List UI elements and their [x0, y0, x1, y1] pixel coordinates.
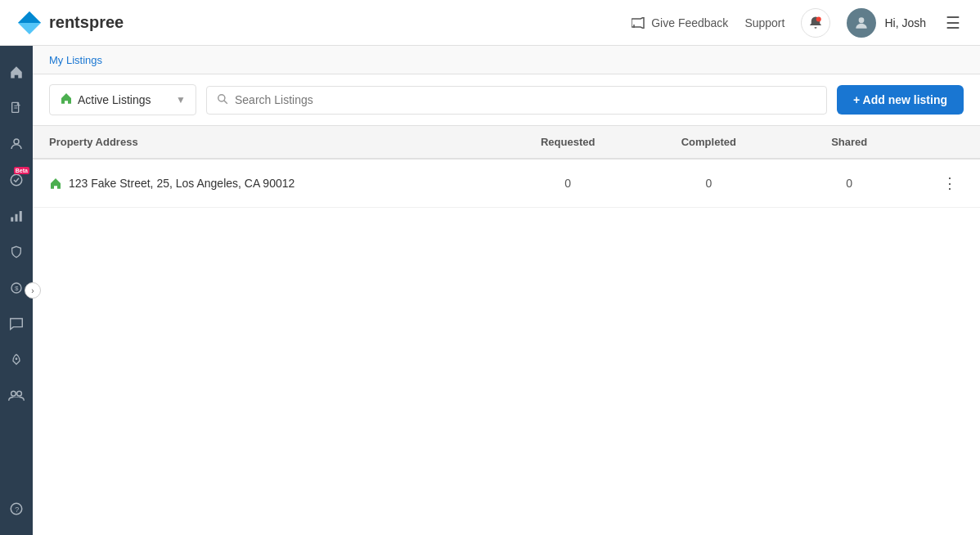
chat-icon: [9, 317, 24, 330]
logo-icon: [16, 10, 43, 36]
megaphone-icon: [632, 17, 646, 29]
svg-text:?: ?: [15, 506, 19, 514]
sidebar-item-verified[interactable]: Beta: [2, 165, 31, 195]
row-house-icon: [49, 177, 62, 190]
bell-icon: [808, 16, 823, 30]
svg-point-3: [816, 16, 821, 21]
listings-table: Property Address Requested Completed Sha…: [33, 126, 980, 208]
shared-count: 0: [779, 159, 919, 208]
content-area: My Listings Active Listings ▼: [33, 46, 980, 535]
col-header-shared: Shared: [779, 126, 919, 159]
table-body: 123 Fake Street, 25, Los Angeles, CA 900…: [33, 159, 980, 208]
svg-line-21: [224, 100, 227, 103]
sidebar-item-document[interactable]: [2, 93, 31, 123]
sidebar-item-report[interactable]: [2, 201, 31, 231]
logo[interactable]: rentspree: [16, 10, 124, 36]
user-icon: [9, 137, 24, 151]
search-icon: [217, 93, 228, 107]
search-input[interactable]: [235, 93, 816, 106]
filter-house-icon: [60, 92, 73, 108]
col-header-requested: Requested: [497, 126, 638, 159]
people-icon: [8, 389, 25, 402]
report-icon: [9, 209, 24, 223]
verified-icon: [9, 173, 24, 187]
top-nav: rentspree Give Feedback Support: [0, 0, 980, 46]
col-header-actions: [919, 126, 980, 159]
support-link[interactable]: Support: [744, 16, 784, 29]
table-row: 123 Fake Street, 25, Los Angeles, CA 900…: [33, 159, 980, 208]
user-area[interactable]: Hi, Josh: [847, 8, 926, 38]
svg-point-15: [16, 357, 18, 360]
svg-point-20: [218, 94, 225, 101]
help-icon: ?: [9, 501, 24, 516]
sidebar-item-people[interactable]: [2, 381, 31, 411]
breadcrumb-link[interactable]: My Listings: [49, 54, 102, 66]
search-icon-svg: [217, 93, 228, 105]
filter-label: Active Listings: [78, 93, 171, 106]
svg-text:$: $: [15, 285, 19, 292]
svg-point-4: [859, 17, 865, 23]
address-cell: 123 Fake Street, 25, Los Angeles, CA 900…: [33, 159, 497, 208]
sidebar-item-rocket[interactable]: [2, 345, 31, 375]
dollar-icon: $: [10, 281, 23, 295]
svg-rect-12: [20, 211, 22, 222]
rocket-icon: [10, 353, 23, 367]
svg-rect-10: [11, 218, 13, 222]
sidebar-item-help[interactable]: ?: [2, 494, 31, 524]
col-header-address: Property Address: [33, 126, 497, 159]
notification-button[interactable]: [801, 8, 830, 38]
requested-count: 0: [497, 159, 638, 208]
table-header-row: Property Address Requested Completed Sha…: [33, 126, 980, 159]
hamburger-button[interactable]: ☰: [942, 10, 964, 36]
svg-point-17: [17, 391, 22, 396]
svg-rect-11: [16, 214, 18, 222]
svg-point-8: [14, 139, 19, 144]
sidebar-item-user[interactable]: [2, 129, 31, 159]
chevron-down-icon: ▼: [176, 94, 186, 106]
search-box: [206, 86, 827, 115]
sidebar-item-shield[interactable]: [2, 237, 31, 267]
house-icon: [60, 92, 73, 105]
address-text: 123 Fake Street, 25, Los Angeles, CA 900…: [69, 177, 294, 190]
main-layout: Beta $: [0, 46, 980, 535]
sidebar-item-chat[interactable]: [2, 309, 31, 339]
document-icon: [10, 101, 23, 115]
home-icon: [9, 65, 24, 79]
toolbar: Active Listings ▼ + Add new listing: [33, 74, 980, 126]
svg-marker-1: [18, 11, 41, 23]
avatar: [847, 8, 876, 38]
completed-count: 0: [638, 159, 779, 208]
add-listing-button[interactable]: + Add new listing: [837, 85, 964, 115]
col-header-completed: Completed: [638, 126, 779, 159]
sidebar-collapse-button[interactable]: ›: [25, 282, 41, 299]
listings-filter-dropdown[interactable]: Active Listings ▼: [49, 84, 196, 115]
listings-table-container: Property Address Requested Completed Sha…: [33, 126, 980, 535]
sidebar: Beta $: [0, 46, 33, 535]
beta-badge: Beta: [14, 167, 29, 174]
nav-right: Give Feedback Support Hi, Josh ☰: [632, 8, 964, 38]
svg-point-9: [11, 174, 22, 186]
logo-text: rentspree: [49, 13, 124, 32]
feedback-button[interactable]: Give Feedback: [632, 16, 728, 29]
user-avatar-icon: [853, 15, 870, 31]
sidebar-item-home[interactable]: [2, 57, 31, 87]
shield-icon: [10, 245, 23, 259]
actions-cell: ⋮: [919, 159, 980, 208]
hi-user-label: Hi, Josh: [884, 16, 926, 29]
breadcrumb: My Listings: [33, 46, 980, 74]
row-more-button[interactable]: ⋮: [936, 171, 964, 196]
svg-point-16: [11, 391, 16, 396]
